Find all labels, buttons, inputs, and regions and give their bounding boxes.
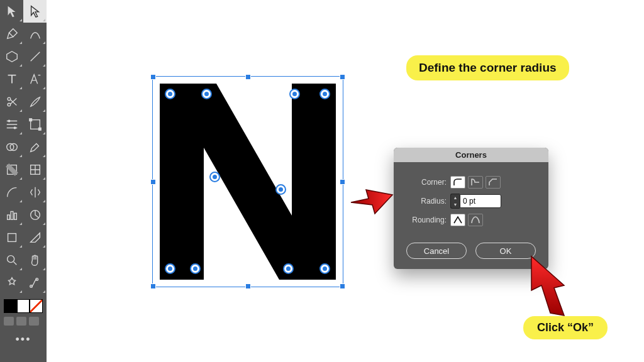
live-corner-3[interactable]: [289, 89, 300, 99]
draw-inside[interactable]: [29, 317, 39, 326]
reflect-tool[interactable]: [23, 181, 47, 204]
cancel-button[interactable]: Cancel: [406, 243, 467, 259]
arc-tool[interactable]: [0, 181, 23, 204]
draw-normal[interactable]: [4, 317, 14, 326]
hand-tool[interactable]: [23, 249, 47, 272]
pen-tool[interactable]: [0, 23, 23, 45]
scissors-tool[interactable]: [0, 90, 23, 113]
draw-behind[interactable]: [16, 317, 26, 326]
live-corner-10[interactable]: [319, 263, 330, 274]
corner-label: Corner:: [404, 178, 447, 187]
width-tool[interactable]: [0, 113, 23, 136]
handle-top-right[interactable]: [340, 74, 345, 80]
edit-toolbar[interactable]: •••: [0, 328, 47, 351]
svg-point-3: [8, 120, 10, 122]
radius-stepper[interactable]: ▲▼: [450, 194, 460, 209]
blend-tool[interactable]: [23, 272, 47, 294]
dialog-title: Corners: [394, 148, 548, 162]
handle-bot-left[interactable]: [150, 283, 156, 289]
line-tool[interactable]: [23, 45, 47, 68]
live-corner-2[interactable]: [201, 89, 212, 99]
paintbrush-tool[interactable]: [23, 90, 47, 113]
column-graph-tool[interactable]: [0, 204, 23, 226]
callout-define-radius: Define the corner radius: [406, 55, 569, 80]
touch-type-tool[interactable]: [23, 68, 47, 90]
none-swatch[interactable]: [30, 299, 43, 313]
svg-rect-12: [7, 215, 9, 219]
pie-graph-tool[interactable]: [23, 204, 47, 226]
arrow-to-ok: [520, 253, 577, 319]
svg-rect-16: [8, 234, 16, 242]
draw-modes[interactable]: [0, 314, 47, 328]
handle-top-left[interactable]: [150, 74, 156, 80]
svg-rect-7: [38, 128, 41, 131]
corner-type-chamfer[interactable]: [486, 176, 501, 189]
canvas[interactable]: Corners Corner: Radius: ▲▼ Rounding:: [47, 0, 644, 362]
corners-dialog: Corners Corner: Radius: ▲▼ Rounding:: [394, 148, 548, 269]
callout-click-ok: Click “Ok”: [523, 316, 608, 339]
live-corner-9[interactable]: [283, 263, 294, 274]
corner-type-inverted[interactable]: [468, 176, 483, 189]
slice-tool[interactable]: [23, 226, 47, 249]
radius-input[interactable]: [460, 194, 501, 208]
rounding-relative[interactable]: [468, 214, 483, 226]
handle-top-mid[interactable]: [245, 74, 251, 80]
zoom-tool[interactable]: [0, 249, 23, 272]
live-corner-5[interactable]: [209, 172, 220, 182]
live-corner-1[interactable]: [165, 89, 175, 99]
mesh-tool[interactable]: [23, 158, 47, 181]
selection-tool[interactable]: [0, 0, 23, 23]
rounding-absolute[interactable]: [450, 214, 465, 226]
bounding-box: [152, 76, 343, 287]
tool-panel: •••: [0, 0, 47, 362]
handle-bot-right[interactable]: [340, 283, 345, 289]
symbol-sprayer-tool[interactable]: [0, 272, 23, 294]
svg-point-17: [7, 256, 14, 263]
live-corner-6[interactable]: [275, 184, 286, 195]
live-corner-4[interactable]: [319, 89, 330, 99]
handle-mid-right[interactable]: [340, 179, 345, 185]
fill-swatch[interactable]: [4, 299, 17, 313]
free-transform-tool[interactable]: [23, 113, 47, 136]
corner-type-round[interactable]: [450, 176, 465, 189]
direct-selection-tool[interactable]: [23, 0, 47, 23]
svg-rect-14: [14, 213, 16, 219]
handle-bot-mid[interactable]: [245, 283, 251, 289]
handle-mid-left[interactable]: [150, 179, 156, 185]
live-corner-7[interactable]: [165, 263, 175, 274]
svg-marker-0: [6, 52, 17, 62]
radius-label: Radius:: [404, 197, 447, 206]
shape-builder-tool[interactable]: [0, 136, 23, 158]
polygon-tool[interactable]: [0, 45, 23, 68]
arrow-to-radius: [347, 175, 396, 215]
svg-point-4: [14, 127, 16, 129]
stroke-swatch[interactable]: [17, 299, 30, 313]
color-swatches[interactable]: [0, 298, 47, 314]
eyedropper-tool[interactable]: [23, 136, 47, 158]
gradient-tool[interactable]: [0, 158, 23, 181]
artboard-tool[interactable]: [0, 226, 23, 249]
svg-rect-13: [11, 212, 13, 220]
svg-rect-6: [29, 119, 31, 121]
curvature-tool[interactable]: [23, 23, 47, 45]
selected-letter-n[interactable]: [152, 76, 343, 287]
live-corner-8[interactable]: [190, 263, 201, 274]
rounding-label: Rounding:: [404, 216, 447, 224]
type-tool[interactable]: [0, 68, 23, 90]
